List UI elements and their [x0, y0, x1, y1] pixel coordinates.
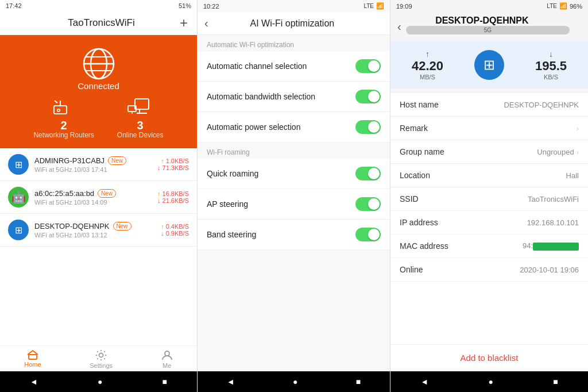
p3-info-row-ip: IP address 192.168.10.101 — [390, 211, 588, 235]
p2-band-steering-label: Band steering — [207, 230, 256, 239]
p2-auto-power-label: Automatic power selection — [207, 122, 300, 132]
p1-header: TaoTronicsWiFi + — [0, 11, 197, 35]
p1-title: TaoTronicsWiFi — [23, 17, 180, 29]
recents-button[interactable]: ■ — [553, 377, 558, 386]
panel2-wifi-optimization: 10:22 LTE 📶 ‹ AI Wi-Fi optimization Auto… — [198, 0, 390, 392]
nav-settings[interactable]: Settings — [90, 349, 113, 369]
back-button[interactable]: ◄ — [420, 377, 428, 386]
p2-system-bar: ◄ ● ■ — [198, 371, 390, 392]
p3-online-label: Online — [400, 265, 423, 274]
device-speeds: ↑0.4KB/S ↓0.9KB/S — [161, 223, 189, 237]
p2-auto-power-toggle[interactable] — [355, 120, 381, 134]
windows-icon: ⊞ — [474, 50, 504, 80]
p1-routers-count: 2 — [61, 120, 67, 131]
device-speeds: ↑16.8KB/S ↓21.6KB/S — [157, 190, 189, 204]
p1-device-list: ⊞ ADMINRG-P31CABJ New WiFi at 5GHz 10/03… — [0, 148, 197, 345]
home-button[interactable]: ● — [488, 377, 493, 386]
svg-point-17 — [165, 351, 169, 356]
avatar: ⊞ — [8, 154, 29, 175]
home-button[interactable]: ● — [98, 377, 102, 386]
nav-home[interactable]: Home — [24, 349, 41, 369]
p3-time: 19:09 — [396, 3, 412, 10]
p2-auto-wifi-label: Automatic Wi-Fi optimization — [198, 35, 390, 51]
p3-online-value: 2020-10-01 19:06 — [520, 266, 579, 274]
p1-bottom-nav: Home Settings Me — [0, 345, 197, 371]
p2-band-steering-row: Band steering — [198, 220, 390, 250]
p3-download-speed: ↓ 195.5 KB/S — [535, 49, 567, 80]
p3-back-button[interactable]: ‹ — [397, 20, 401, 33]
signal-icon: 📶 — [376, 2, 384, 10]
p2-status-icons: LTE 📶 — [363, 2, 384, 10]
home-button[interactable]: ● — [293, 377, 297, 386]
recents-button[interactable]: ■ — [162, 377, 167, 386]
p3-info-row-group[interactable]: Group name Ungrouped› — [390, 140, 588, 164]
p1-time: 17:42 — [6, 2, 22, 9]
p3-speed-row: ↑ 42.20 MB/S ⊞ ↓ 195.5 KB/S — [390, 41, 588, 89]
p3-hostname-value: DESKTOP-DQEHNPK — [504, 101, 579, 109]
p2-quick-roaming-toggle[interactable] — [355, 167, 381, 180]
p3-statusbar: 19:09 LTE 📶 96% — [390, 0, 588, 12]
p2-auto-bandwidth-label: Automatic bandwidth selection — [207, 92, 315, 101]
p3-info-row-remark[interactable]: Remark › — [390, 117, 588, 140]
back-button[interactable]: ◄ — [30, 377, 38, 386]
p3-ssid-value: TaoTronicsWiFi — [528, 195, 579, 203]
device-info: ADMINRG-P31CABJ New WiFi at 5GHz 10/03 1… — [34, 156, 152, 173]
p2-statusbar: 10:22 LTE 📶 — [198, 0, 390, 12]
p2-ap-steering-label: AP steering — [207, 199, 248, 209]
p3-remark-label: Remark — [400, 124, 428, 133]
signal-icon: 📶 — [559, 2, 567, 10]
recents-button[interactable]: ■ — [356, 377, 361, 386]
p2-time: 10:22 — [203, 3, 219, 10]
p2-ap-steering-toggle[interactable] — [355, 197, 381, 211]
lte-icon: LTE — [547, 3, 557, 9]
p3-title: DESKTOP-DQEHNPK — [406, 16, 570, 26]
list-item[interactable]: ⊞ DESKTOP-DQEHNPK New WiFi at 5GHz 10/03… — [0, 214, 197, 247]
p2-auto-channel-toggle[interactable] — [355, 59, 381, 73]
p2-auto-bandwidth-toggle[interactable] — [355, 90, 381, 103]
p3-status-icons: LTE 📶 96% — [547, 2, 582, 10]
p1-online-label: Online Devices — [117, 131, 164, 139]
p2-ap-steering-row: AP steering — [198, 189, 390, 220]
p3-info-row-mac: MAC address 94: — [390, 235, 588, 258]
mac-blur — [533, 243, 579, 251]
p3-location-label: Location — [400, 171, 430, 180]
p1-hero-devices: 2 Networking Routers 3 Online Devices — [33, 98, 163, 139]
p3-upload-speed: ↑ 42.20 MB/S — [412, 49, 443, 80]
p1-system-bar: ◄ ● ■ — [0, 371, 197, 392]
globe-icon — [82, 47, 116, 81]
svg-line-8 — [55, 101, 57, 103]
p2-band-steering-toggle[interactable] — [355, 228, 381, 241]
p3-system-bar: ◄ ● ■ — [390, 371, 588, 392]
p1-routers-label: Networking Routers — [33, 131, 94, 139]
p2-back-button[interactable]: ‹ — [204, 17, 208, 30]
device-name: DESKTOP-DQEHNPK New — [34, 222, 155, 230]
p1-online-count: 3 — [137, 120, 144, 131]
p3-down-unit: KB/S — [544, 74, 558, 80]
svg-point-16 — [99, 353, 103, 358]
device-meta: WiFi at 5GHz 10/03 14:09 — [34, 199, 152, 206]
p3-blacklist-button[interactable]: Add to blacklist — [390, 344, 588, 371]
avatar: ⊞ — [8, 220, 29, 240]
new-badge: New — [113, 222, 131, 230]
nav-me[interactable]: Me — [161, 349, 173, 369]
p1-add-button[interactable]: + — [180, 15, 188, 31]
panel1-home: 17:42 51% TaoTronicsWiFi + Connected — [0, 0, 198, 392]
device-speeds: ↑1.0KB/S ↓71.3KB/S — [157, 157, 189, 171]
avatar: 🤖 — [8, 187, 29, 207]
device-name: a6:0c:25:a5:aa:bd New — [34, 189, 152, 198]
p3-info-row-ssid: SSID TaoTronicsWiFi — [390, 187, 588, 211]
p1-online-devices: 3 Online Devices — [117, 98, 164, 139]
svg-rect-15 — [29, 355, 37, 359]
nav-me-label: Me — [163, 362, 171, 369]
p2-auto-bandwidth-row: Automatic bandwidth selection — [198, 82, 390, 112]
p2-auto-power-row: Automatic power selection — [198, 112, 390, 143]
devices-icon — [127, 98, 153, 117]
p3-ip-label: IP address — [400, 218, 438, 227]
p3-mac-label: MAC address — [400, 241, 448, 251]
p3-hostname-label: Host name — [400, 100, 439, 109]
p1-status-icons: 51% — [179, 2, 191, 9]
list-item[interactable]: 🤖 a6:0c:25:a5:aa:bd New WiFi at 5GHz 10/… — [0, 181, 197, 214]
device-meta: WiFi at 5GHz 10/03 17:41 — [34, 166, 152, 173]
list-item[interactable]: ⊞ ADMINRG-P31CABJ New WiFi at 5GHz 10/03… — [0, 148, 197, 181]
back-button[interactable]: ◄ — [227, 377, 235, 386]
